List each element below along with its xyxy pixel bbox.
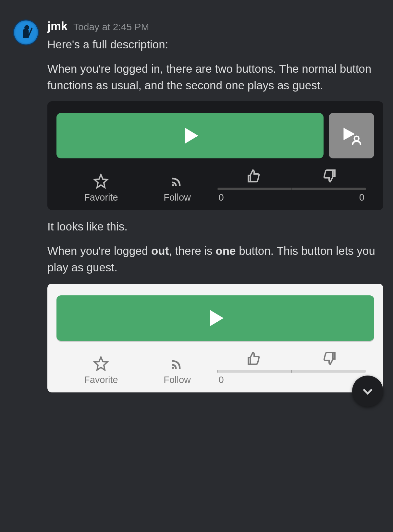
dislike-button[interactable] [322, 351, 338, 367]
thumbs-up-icon [246, 351, 261, 366]
message-header: jmk Today at 2:45 PM [47, 19, 383, 33]
like-button[interactable] [246, 168, 261, 185]
embed-logged-out[interactable]: Favorite Follow [47, 284, 383, 392]
star-icon [93, 356, 109, 371]
play-button-row [56, 113, 374, 158]
chat-message: jmk Today at 2:45 PM Here's a full descr… [0, 0, 393, 414]
rss-icon [169, 356, 185, 371]
t4-b1: out [151, 244, 169, 257]
dislike-count: 0 [359, 192, 364, 203]
svg-point-1 [354, 136, 359, 141]
message-text-3: It looks like this. [47, 218, 383, 235]
message-text-2: When you're logged in, there are two but… [47, 61, 383, 94]
chevron-down-icon [361, 384, 375, 398]
play-as-guest-button[interactable] [329, 113, 374, 158]
follow-button[interactable]: Follow [139, 173, 215, 203]
rss-icon [169, 173, 185, 189]
message-content: jmk Today at 2:45 PM Here's a full descr… [47, 19, 383, 401]
action-row: Favorite Follow [56, 351, 374, 385]
dislike-button[interactable] [322, 168, 338, 185]
favorite-button[interactable]: Favorite [63, 173, 139, 203]
follow-label: Follow [164, 375, 191, 385]
username[interactable]: jmk [47, 19, 68, 33]
thumbs-down-icon [322, 168, 338, 184]
star-icon [93, 173, 109, 189]
avatar[interactable] [13, 19, 39, 45]
play-icon [179, 125, 201, 146]
play-button[interactable] [56, 113, 324, 158]
favorite-button[interactable]: Favorite [63, 356, 139, 385]
thumbs-up-icon [246, 168, 261, 184]
like-count: 0 [219, 375, 224, 385]
timestamp: Today at 2:45 PM [73, 21, 149, 32]
play-guest-icon [340, 124, 363, 147]
vote-bar [217, 370, 366, 373]
play-icon [205, 307, 226, 329]
t4-b2: one [215, 244, 236, 257]
vote-group: 0 [215, 351, 368, 385]
thumbs-down-icon [322, 351, 338, 366]
follow-label: Follow [164, 192, 191, 203]
like-button[interactable] [246, 351, 261, 367]
embed-logged-in[interactable]: Favorite Follow [47, 101, 383, 210]
play-button-row [56, 295, 374, 341]
message-text-1: Here's a full description: [47, 36, 383, 53]
follow-button[interactable]: Follow [139, 356, 215, 385]
t4-pre: When you're logged [47, 244, 151, 257]
scroll-down-button[interactable] [352, 376, 383, 407]
play-button[interactable] [56, 295, 374, 341]
favorite-label: Favorite [84, 375, 118, 385]
svg-point-0 [25, 25, 30, 30]
action-row: Favorite Follow [56, 168, 374, 203]
favorite-label: Favorite [84, 192, 118, 203]
message-text-4: When you're logged out, there is one but… [47, 243, 383, 276]
avatar-silhouette-icon [16, 23, 35, 42]
svg-point-2 [172, 184, 174, 186]
like-count: 0 [219, 192, 224, 203]
svg-point-3 [172, 366, 174, 368]
vote-bar [217, 188, 366, 190]
vote-group: 0 0 [215, 168, 368, 203]
t4-mid: , there is [169, 244, 215, 257]
